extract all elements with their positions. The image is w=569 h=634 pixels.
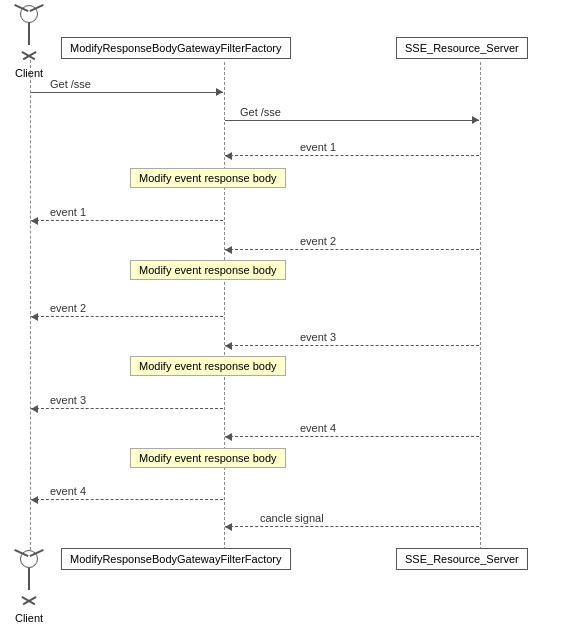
factory-label-bottom: ModifyResponseBodyGatewayFilterFactory: [70, 553, 282, 565]
arrow-m1: [31, 92, 223, 93]
label-m6: event 2: [50, 302, 86, 314]
arrow-m6: [31, 316, 223, 317]
sequence-diagram: Client ModifyResponseBodyGatewayFilterFa…: [0, 0, 569, 634]
note-3: Modify event response body: [130, 356, 286, 376]
actor-client-bottom: Client: [14, 550, 44, 624]
arrow-m10: [31, 499, 223, 500]
arrow-m8: [31, 408, 223, 409]
lifeline-box-factory-top: ModifyResponseBodyGatewayFilterFactory: [61, 37, 291, 59]
note-2-label: Modify event response body: [139, 264, 277, 276]
note-2: Modify event response body: [130, 260, 286, 280]
actor-client-body-top: [14, 23, 44, 65]
actor-client-label-bottom: Client: [14, 612, 44, 624]
label-m3: event 1: [300, 141, 336, 153]
arrow-m3: [225, 155, 479, 156]
lifeline-box-factory-bottom: ModifyResponseBodyGatewayFilterFactory: [61, 548, 291, 570]
label-m7: event 3: [300, 331, 336, 343]
lifeline-sse: [480, 62, 481, 550]
note-4-label: Modify event response body: [139, 452, 277, 464]
label-m5: event 2: [300, 235, 336, 247]
label-m2: Get /sse: [240, 106, 281, 118]
sse-label-top: SSE_Resource_Server: [405, 42, 519, 54]
label-m1: Get /sse: [50, 78, 91, 90]
label-m11: cancle signal: [260, 512, 324, 524]
note-1-label: Modify event response body: [139, 172, 277, 184]
arrow-m5: [225, 249, 479, 250]
label-m10: event 4: [50, 485, 86, 497]
arrow-m9: [225, 436, 479, 437]
label-m4: event 1: [50, 206, 86, 218]
lifeline-box-sse-bottom: SSE_Resource_Server: [396, 548, 528, 570]
lifeline-box-sse-top: SSE_Resource_Server: [396, 37, 528, 59]
arrow-m2: [225, 120, 479, 121]
lifeline-client: [30, 60, 31, 550]
arrow-m4: [31, 220, 223, 221]
label-m8: event 3: [50, 394, 86, 406]
note-3-label: Modify event response body: [139, 360, 277, 372]
note-1: Modify event response body: [130, 168, 286, 188]
arrow-m7: [225, 345, 479, 346]
note-4: Modify event response body: [130, 448, 286, 468]
factory-label-top: ModifyResponseBodyGatewayFilterFactory: [70, 42, 282, 54]
lifeline-factory: [224, 62, 225, 550]
actor-client-top: Client: [14, 5, 44, 79]
actor-client-label-top: Client: [14, 67, 44, 79]
sse-label-bottom: SSE_Resource_Server: [405, 553, 519, 565]
torso-b: [28, 568, 30, 590]
actor-client-body-bottom: [14, 568, 44, 610]
label-m9: event 4: [300, 422, 336, 434]
torso: [28, 23, 30, 45]
arrow-m11: [225, 526, 479, 527]
